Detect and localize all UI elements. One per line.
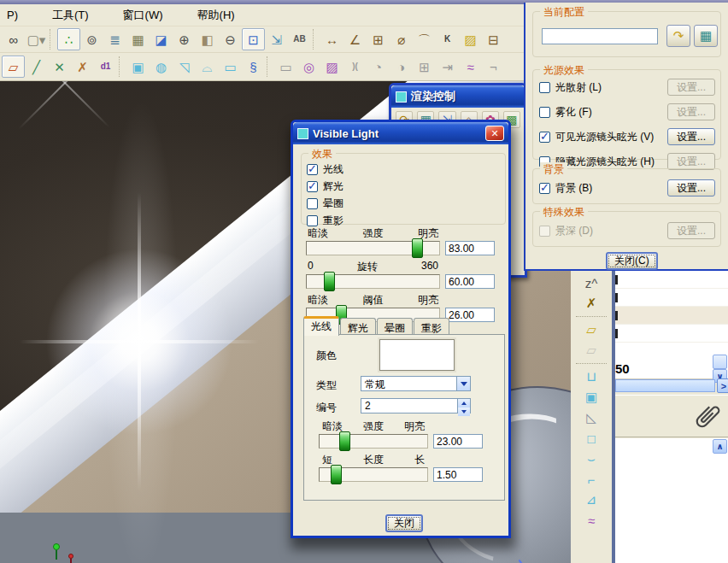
slider-value-field[interactable]: 26.00 bbox=[445, 308, 495, 322]
selected-input-row[interactable] bbox=[615, 379, 715, 392]
extrude-box-icon[interactable]: ▣ bbox=[126, 56, 150, 78]
slider-value-field[interactable]: 23.00 bbox=[433, 434, 483, 449]
measure-length-icon[interactable]: ↔ bbox=[320, 28, 343, 50]
unite-icon[interactable]: ◑ bbox=[390, 56, 413, 78]
checkbox[interactable] bbox=[539, 183, 550, 194]
slider-value-field[interactable]: 1.50 bbox=[433, 467, 483, 482]
menu-item-help[interactable]: 帮助(H) bbox=[192, 6, 240, 25]
hide-points-icon[interactable]: ✕ bbox=[48, 56, 71, 78]
instance-grid-icon[interactable]: ⊞ bbox=[413, 56, 436, 78]
spin-down-icon[interactable] bbox=[458, 408, 470, 416]
note-leader-icon[interactable]: ▱ bbox=[578, 320, 604, 340]
render-control-titlebar[interactable]: 渲染控制 bbox=[391, 85, 525, 108]
settings-button[interactable]: 设置... bbox=[667, 179, 715, 196]
scroll-up-icon[interactable]: ∧ bbox=[713, 439, 727, 454]
slider-track[interactable] bbox=[306, 241, 440, 255]
checkbox[interactable] bbox=[539, 82, 550, 93]
checkbox[interactable] bbox=[307, 215, 318, 226]
save-config-button[interactable]: ▦ bbox=[694, 25, 718, 47]
freeform-icon[interactable]: ≈ bbox=[459, 56, 482, 78]
search-options-icon[interactable]: ⊚ bbox=[80, 28, 103, 50]
find-binoculars-icon[interactable]: ∞ bbox=[2, 28, 25, 50]
menu-item-window[interactable]: 窗口(W) bbox=[118, 6, 168, 25]
layers-icon[interactable]: ≣ bbox=[103, 28, 126, 50]
datum-csys-icon[interactable]: z^ bbox=[578, 273, 604, 293]
checkbox[interactable] bbox=[307, 164, 318, 175]
chevron-down-icon[interactable] bbox=[456, 377, 470, 390]
effect-rays-row[interactable]: 光线 bbox=[307, 162, 505, 177]
patch-icon[interactable]: ▨ bbox=[320, 56, 343, 78]
measure-box-icon[interactable]: ⊟ bbox=[482, 28, 505, 50]
slider-thumb[interactable] bbox=[331, 465, 342, 484]
trim-sheet-icon[interactable]: ▭ bbox=[274, 56, 297, 78]
pocket-u-icon[interactable]: ⊔ bbox=[578, 367, 604, 387]
list-row-highlighted[interactable] bbox=[615, 307, 728, 325]
slider-track[interactable] bbox=[319, 434, 428, 449]
corner-icon[interactable]: ¬ bbox=[482, 56, 505, 78]
slider-track[interactable] bbox=[306, 274, 440, 289]
list-row[interactable] bbox=[615, 325, 728, 343]
settings-button[interactable]: 设置... bbox=[667, 128, 715, 145]
dimension-d1-icon[interactable]: d1 bbox=[94, 56, 117, 78]
menu-item-truncated[interactable]: P) bbox=[2, 7, 23, 23]
checkbox[interactable] bbox=[539, 107, 550, 118]
shell-icon[interactable]: □ bbox=[578, 428, 604, 449]
effect-halo-row[interactable]: 晕圈 bbox=[307, 196, 505, 211]
slider-thumb[interactable] bbox=[339, 431, 350, 451]
expand-more-button[interactable]: > bbox=[717, 378, 728, 393]
draft-angle-icon[interactable]: ⊿ bbox=[578, 490, 604, 510]
orient-to-face-icon[interactable]: ⇲ bbox=[265, 28, 288, 50]
menu-item-tools[interactable]: 工具(T) bbox=[47, 6, 94, 25]
hide-csys-icon[interactable]: ✗ bbox=[71, 56, 94, 78]
settings-button[interactable]: 设置... bbox=[667, 103, 715, 120]
measure-angle-icon[interactable]: ∠ bbox=[343, 28, 367, 50]
dialog-close-button[interactable]: 关闭 bbox=[385, 514, 423, 532]
measure-weight-icon[interactable]: K bbox=[436, 28, 459, 50]
slider-value-field[interactable]: 60.00 bbox=[445, 274, 495, 289]
type-dropdown[interactable]: 常规 bbox=[361, 376, 471, 391]
panel-close-button[interactable]: 关闭(C) bbox=[606, 252, 658, 270]
slider-value-field[interactable]: 83.00 bbox=[445, 241, 495, 255]
checkbox[interactable] bbox=[539, 226, 550, 237]
checkbox[interactable] bbox=[307, 181, 318, 192]
pocket-icon[interactable]: ▭ bbox=[219, 56, 242, 78]
slider-track[interactable] bbox=[319, 467, 428, 482]
helix-icon[interactable]: § bbox=[242, 56, 265, 78]
named-view-icon[interactable]: AB bbox=[288, 28, 311, 50]
number-spinner[interactable]: 2 bbox=[361, 398, 471, 413]
checkbox[interactable] bbox=[307, 198, 318, 209]
scrollbar-thumb[interactable] bbox=[713, 355, 727, 369]
sketch-icon[interactable]: ▱ bbox=[2, 56, 25, 78]
chamfer-icon[interactable]: ◺ bbox=[578, 408, 604, 428]
zoom-window-icon[interactable]: ⊡ bbox=[242, 28, 265, 50]
list-row[interactable] bbox=[615, 289, 728, 307]
hide-line-icon[interactable]: ╱ bbox=[25, 56, 48, 78]
config-name-field[interactable] bbox=[542, 28, 658, 44]
open-config-button[interactable]: ↷ bbox=[666, 25, 690, 47]
measure-body-icon[interactable]: ▨ bbox=[459, 28, 482, 50]
fillet-curve-icon[interactable]: ⌣ bbox=[578, 449, 604, 469]
split-body-icon[interactable]: )( bbox=[343, 56, 367, 78]
spin-up-icon[interactable] bbox=[458, 399, 470, 408]
zoom-in-icon[interactable]: ⊕ bbox=[173, 28, 196, 50]
sheet-corner-icon[interactable]: ◹ bbox=[173, 56, 196, 78]
effect-glow-row[interactable]: 辉光 bbox=[307, 179, 505, 194]
intersect-icon[interactable]: ◔ bbox=[367, 56, 390, 78]
display-pane-icon[interactable]: ◪ bbox=[150, 28, 173, 50]
revolve-icon[interactable]: ◍ bbox=[150, 56, 173, 78]
note-stack-icon[interactable]: ▱ bbox=[578, 340, 604, 361]
tab-rays[interactable]: 光线 bbox=[303, 316, 339, 336]
list-row[interactable] bbox=[615, 271, 728, 289]
zoom-out-icon[interactable]: ⊖ bbox=[219, 28, 242, 50]
extend-icon[interactable]: ⇥ bbox=[436, 56, 459, 78]
settings-button[interactable]: 设置... bbox=[667, 153, 715, 170]
visible-light-titlebar[interactable]: Visible Light ✕ bbox=[293, 122, 508, 144]
tube-icon[interactable]: ◎ bbox=[297, 56, 320, 78]
measure-arc-icon[interactable]: ⌒ bbox=[413, 28, 436, 50]
selection-marquee-icon[interactable]: ▢▾ bbox=[25, 28, 48, 50]
rotate-view-icon[interactable]: ◧ bbox=[196, 28, 219, 50]
settings-button[interactable]: 设置... bbox=[667, 222, 715, 239]
measure-distance-icon[interactable]: ⊞ bbox=[367, 28, 390, 50]
fence-curve-icon[interactable]: ✗ bbox=[578, 293, 604, 314]
bend-sheet-icon[interactable]: ⌐ bbox=[578, 469, 604, 490]
